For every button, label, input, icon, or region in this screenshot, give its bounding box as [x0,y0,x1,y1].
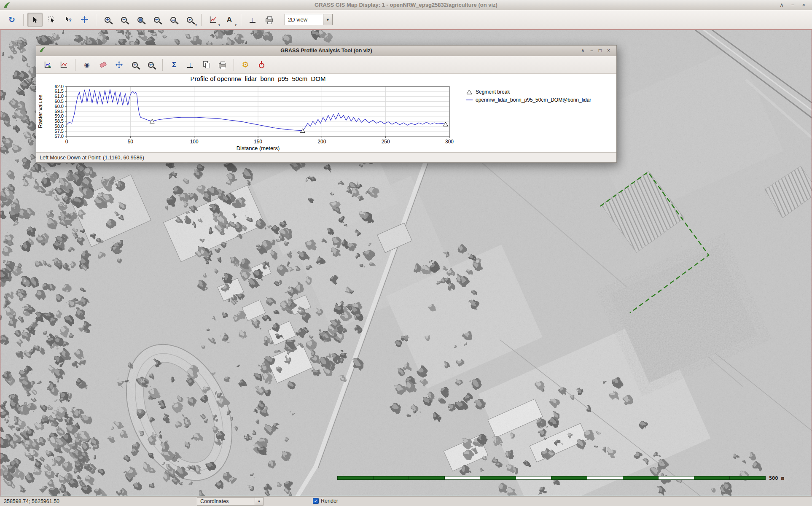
query-tool-button[interactable]: ? [60,13,75,27]
select-features-button[interactable] [44,13,59,27]
window-title: GRASS GIS Map Display: 1 - openNRW_epsg2… [0,2,812,8]
svg-text:58.5: 58.5 [55,118,64,124]
dropdown-arrow-icon: ▾ [218,23,220,27]
scalebar-segment [338,476,374,479]
close-window-button[interactable]: × [802,0,805,10]
pointer-icon [32,16,38,23]
power-icon [259,63,264,68]
render-label: Render [321,498,338,504]
zoom-in-button[interactable]: + [100,13,115,27]
scalebar-segment [730,476,765,479]
profile-window-titlebar[interactable]: GRASS Profile Analysis Tool (on viz) ∧ −… [36,46,616,56]
profile-save-button[interactable]: ↓ [183,58,197,72]
window-titlebar[interactable]: GRASS GIS Map Display: 1 - openNRW_epsg2… [0,0,812,10]
profile-shade-button[interactable]: ∧ [581,46,585,56]
select-icon [48,16,55,23]
toolbar-separator [75,59,75,71]
minimize-window-button[interactable]: − [791,0,795,10]
svg-text:57.0: 57.0 [55,134,64,139]
profile-pan-button[interactable] [112,58,126,72]
profile-maximize-button[interactable]: □ [599,46,602,56]
pan-tool-button[interactable] [77,13,92,27]
svg-text:250: 250 [382,139,390,145]
profile-statistics-button[interactable]: Σ [167,58,181,72]
zoom-in-icon: + [132,62,138,68]
profile-chart-area[interactable]: 57.057.558.058.559.059.560.060.561.061.5… [36,74,616,152]
add-map-elements-button[interactable]: A ▾ [222,13,237,27]
view-mode-value[interactable]: 2D view [285,14,323,25]
svg-text:0: 0 [65,139,68,145]
zoom-extent-button[interactable]: ▭ [166,13,181,27]
profile-print-button[interactable] [215,58,229,72]
toolbar-separator [234,59,234,71]
draw-profile-button[interactable]: ◉ [80,58,94,72]
scalebar-segment [374,476,409,479]
profile-zoom-in-button[interactable]: + [128,58,142,72]
map-scalebar: 500 m [337,475,784,481]
svg-text:Distance (meters): Distance (meters) [237,145,280,151]
rerender-icon: ↻ [8,16,15,24]
eraser-icon [99,62,106,68]
save-display-icon: ↓ [250,17,255,23]
pan-icon [116,61,123,68]
scalebar-segment [587,476,623,479]
map-canvas[interactable]: 500 m GRASS Profile Analysis Tool (on vi… [0,30,812,496]
profile-chart[interactable]: 57.057.558.058.559.059.560.060.561.061.5… [36,74,616,152]
coordinate-readout: 358598.74; 5625961.50 [4,498,59,504]
profile-minimize-button[interactable]: − [590,46,593,56]
svg-text:61.0: 61.0 [55,94,64,99]
view-mode-dropdown-button[interactable]: ▼ [323,14,333,25]
map-display-toolbar: ↻ ? + − ▦ [0,10,812,30]
pointer-tool-button[interactable] [27,13,43,27]
scalebar-segment [551,476,587,479]
zoom-in-icon: + [105,17,110,23]
printer-icon [219,63,226,67]
toolbar-separator [162,59,163,71]
rerender-display-button[interactable]: ↻ [4,13,19,27]
view-mode-combobox[interactable]: 2D view ▼ [285,14,333,25]
erase-profile-button[interactable] [96,58,110,72]
eye-icon: ◉ [84,61,89,69]
analyze-map-button[interactable]: ▾ [205,13,220,27]
profile-close-button[interactable]: × [607,46,610,56]
profile-quit-button[interactable] [254,58,269,72]
draw-transect-icon [60,61,67,68]
analyze-chart-icon [210,16,217,23]
shade-window-button[interactable]: ∧ [780,0,784,10]
zoom-options-button[interactable]: ▾ ▾ [182,13,197,27]
svg-text:Profile of opennrw_lidar_bonn_: Profile of opennrw_lidar_bonn_p95_50cm_D… [190,75,325,82]
query-icon: ? [65,16,72,23]
zoom-to-region-button[interactable]: ▦ [133,13,148,27]
render-checkbox[interactable]: ✓ [313,498,319,504]
print-display-button[interactable] [261,13,277,27]
sigma-icon: Σ [172,61,176,68]
svg-text:100: 100 [190,139,199,145]
statusbar-mode-dropdown-button[interactable]: ▼ [255,497,263,506]
profile-copy-button[interactable] [199,58,213,72]
svg-text:300: 300 [445,139,454,145]
profile-toolbar: + ◉ [36,56,616,74]
toolbar-separator [241,14,241,26]
toolbar-separator [201,14,202,26]
svg-text:+: + [48,64,51,68]
grass-logo-icon [3,1,11,9]
zoom-out-button[interactable]: − [116,13,132,27]
statusbar-mode-value[interactable]: Coordinates [197,497,255,506]
render-toggle[interactable]: ✓ Render [313,498,338,504]
zoom-out-icon: − [121,17,127,23]
zoom-previous-button[interactable]: ↩ [149,13,164,27]
profile-options-button[interactable]: ⚙ [238,58,253,72]
draw-transect-button[interactable] [56,58,71,72]
svg-text:61.5: 61.5 [55,89,64,94]
select-rasters-button[interactable]: + [40,58,55,72]
save-display-button[interactable]: ↓ [245,13,260,27]
toolbar-separator [96,14,96,26]
statusbar-mode-combobox[interactable]: Coordinates ▼ [197,497,263,506]
profile-zoom-back-button[interactable]: ↩ [144,58,158,72]
toolbar-separator [23,14,24,26]
scalebar-segment [659,476,694,479]
dropdown-arrow-icon: ▾ [235,23,237,27]
svg-text:58.0: 58.0 [55,124,64,129]
profile-statusbar: Left Mouse Down at Point: (1.1160, 60.95… [36,152,616,162]
scalebar-segment [480,476,516,479]
